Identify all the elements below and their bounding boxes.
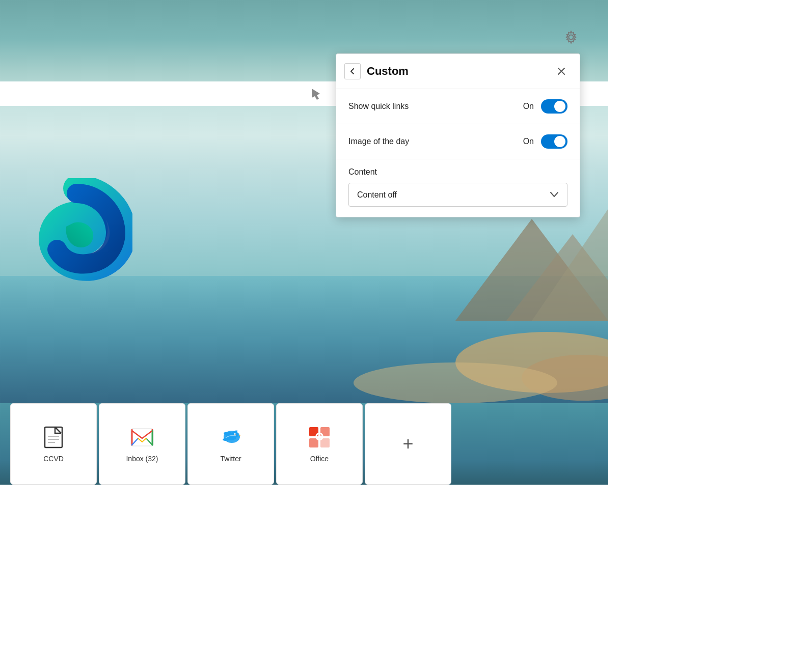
- show-quick-links-label: Show quick links: [348, 102, 523, 111]
- content-section: Content Content off: [336, 159, 580, 217]
- chevron-down-icon: [550, 189, 559, 200]
- svg-rect-6: [45, 427, 62, 447]
- image-of-day-value: On: [523, 137, 534, 146]
- back-button[interactable]: [344, 63, 361, 79]
- quick-link-inbox[interactable]: Inbox (32): [99, 403, 185, 485]
- custom-panel: Custom Show quick links On Image of the …: [336, 53, 580, 217]
- svg-point-14: [235, 434, 236, 435]
- panel-header: Custom: [336, 54, 580, 89]
- gmail-icon: [130, 425, 154, 450]
- office-label: Office: [310, 455, 329, 463]
- show-quick-links-value: On: [523, 102, 534, 111]
- inbox-label: Inbox (32): [126, 455, 158, 463]
- svg-point-5: [354, 362, 557, 403]
- twitter-icon: [219, 425, 243, 450]
- edge-logo: [20, 178, 132, 290]
- quick-links-bar: CCVD Inbox (32): [0, 403, 608, 485]
- add-icon: +: [402, 433, 413, 455]
- content-label: Content: [348, 167, 567, 177]
- bing-icon: [309, 88, 323, 107]
- settings-gear-button[interactable]: [562, 28, 580, 46]
- image-of-day-toggle[interactable]: [541, 134, 567, 149]
- ccvd-icon: [41, 425, 66, 450]
- quick-link-twitter[interactable]: Twitter: [187, 403, 274, 485]
- content-dropdown[interactable]: Content off: [348, 183, 567, 207]
- image-of-day-row: Image of the day On: [336, 124, 580, 159]
- image-of-day-label: Image of the day: [348, 137, 523, 146]
- quick-link-ccvd[interactable]: CCVD: [10, 403, 97, 485]
- quick-link-office[interactable]: O Office: [276, 403, 363, 485]
- sand-shapes-decoration: [303, 301, 608, 403]
- twitter-label: Twitter: [220, 455, 241, 463]
- show-quick-links-toggle[interactable]: [541, 99, 567, 114]
- close-button[interactable]: [553, 63, 570, 79]
- panel-title: Custom: [367, 65, 553, 78]
- content-dropdown-value: Content off: [357, 190, 397, 200]
- quick-link-add[interactable]: +: [365, 403, 451, 485]
- office-icon: O: [307, 425, 332, 450]
- svg-text:O: O: [315, 430, 323, 443]
- show-quick-links-row: Show quick links On: [336, 89, 580, 124]
- ccvd-label: CCVD: [43, 455, 64, 463]
